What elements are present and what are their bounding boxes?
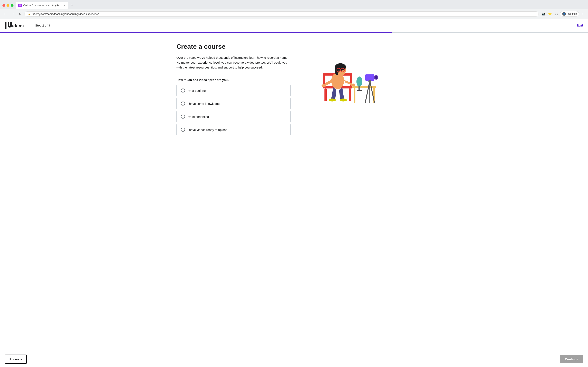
content-left: Create a course Over the years we've hel…	[176, 43, 291, 135]
continue-button[interactable]: Continue	[560, 355, 583, 363]
url-text: udemy.com/home/teaching/onboarding/video…	[33, 12, 535, 16]
minimize-traffic-light[interactable]	[7, 4, 9, 7]
svg-point-24	[357, 90, 362, 91]
nav-extra-buttons: 📷 ⭐ ⬚ 👤 Incognito ⋮	[540, 11, 586, 17]
svg-rect-19	[352, 86, 376, 88]
tab-title: Online Courses – Learn Anyth...	[23, 4, 61, 7]
svg-line-29	[365, 81, 370, 103]
svg-rect-23	[359, 86, 360, 90]
svg-rect-25	[365, 75, 374, 81]
option-some-knowledge-label: I have some knowledge	[187, 102, 220, 105]
radio-group: I'm a beginner I have some knowledge I'm…	[176, 85, 291, 135]
content-right	[301, 43, 382, 108]
camera-icon[interactable]: 📷	[540, 11, 546, 17]
fullscreen-traffic-light[interactable]	[11, 4, 13, 7]
address-bar[interactable]: 🔒 udemy.com/home/teaching/onboarding/vid…	[25, 11, 539, 17]
nav-bar: ← → ↻ 🔒 udemy.com/home/teaching/onboardi…	[0, 9, 588, 19]
question-label: How much of a video “pro” are you?	[176, 78, 291, 82]
bookmark-icon[interactable]: ⭐	[547, 11, 553, 17]
footer: Previous Continue	[0, 351, 588, 367]
exit-button[interactable]: Exit	[577, 24, 583, 27]
incognito-avatar: 👤	[562, 12, 566, 16]
course-illustration	[305, 43, 378, 108]
svg-point-18	[339, 99, 347, 101]
previous-button[interactable]: Previous	[5, 355, 27, 364]
option-experienced-label: I'm experienced	[187, 115, 209, 118]
radio-circle-some-knowledge	[181, 101, 185, 106]
radio-circle-experienced	[181, 115, 185, 119]
active-tab[interactable]: Online Courses – Learn Anyth... ✕	[16, 2, 68, 9]
radio-circle-beginner	[181, 89, 185, 92]
tab-favicon	[18, 4, 22, 7]
main-content: Create a course Over the years we've hel…	[172, 33, 416, 145]
refresh-button[interactable]: ↻	[17, 11, 23, 17]
svg-point-15	[321, 84, 326, 87]
tab-close-button[interactable]: ✕	[62, 4, 66, 7]
close-traffic-light[interactable]	[2, 4, 5, 7]
svg-point-16	[351, 83, 355, 86]
page-description: Over the years we've helped thousands of…	[176, 55, 291, 70]
svg-point-17	[329, 99, 336, 101]
radio-circle-ready	[181, 128, 185, 132]
svg-point-27	[375, 76, 378, 79]
svg-rect-3	[324, 89, 327, 101]
new-tab-button[interactable]: +	[69, 2, 75, 8]
browser-chrome: Online Courses – Learn Anyth... ✕ + ← → …	[0, 0, 588, 19]
svg-rect-28	[377, 76, 378, 79]
lock-icon: 🔒	[28, 13, 31, 15]
app-header: udemy Step 2 of 3 Exit	[0, 19, 588, 32]
page-title: Create a course	[176, 43, 291, 50]
option-experienced[interactable]: I'm experienced	[176, 111, 291, 122]
forward-button[interactable]: →	[10, 11, 16, 17]
svg-point-32	[368, 80, 371, 83]
svg-text:udemy: udemy	[11, 23, 24, 28]
extensions-icon[interactable]: ⬚	[553, 11, 559, 17]
udemy-logo: udemy	[5, 22, 24, 29]
step-indicator: Step 2 of 3	[35, 24, 50, 27]
tab-bar: Online Courses – Learn Anyth... ✕ +	[0, 0, 588, 9]
svg-rect-4	[349, 89, 351, 101]
option-some-knowledge[interactable]: I have some knowledge	[176, 98, 291, 109]
svg-point-22	[356, 76, 362, 87]
udemy-logo-svg: udemy	[5, 22, 24, 29]
incognito-label: Incognito	[567, 12, 577, 15]
option-ready-label: I have videos ready to upload	[187, 128, 227, 132]
option-beginner-label: I'm a beginner	[187, 89, 207, 92]
option-ready[interactable]: I have videos ready to upload	[176, 124, 291, 135]
menu-icon[interactable]: ⋮	[580, 11, 586, 17]
back-button[interactable]: ←	[2, 11, 8, 17]
incognito-badge: 👤 Incognito	[560, 11, 579, 17]
svg-rect-20	[354, 88, 355, 103]
option-beginner[interactable]: I'm a beginner	[176, 85, 291, 96]
traffic-lights	[2, 4, 13, 7]
